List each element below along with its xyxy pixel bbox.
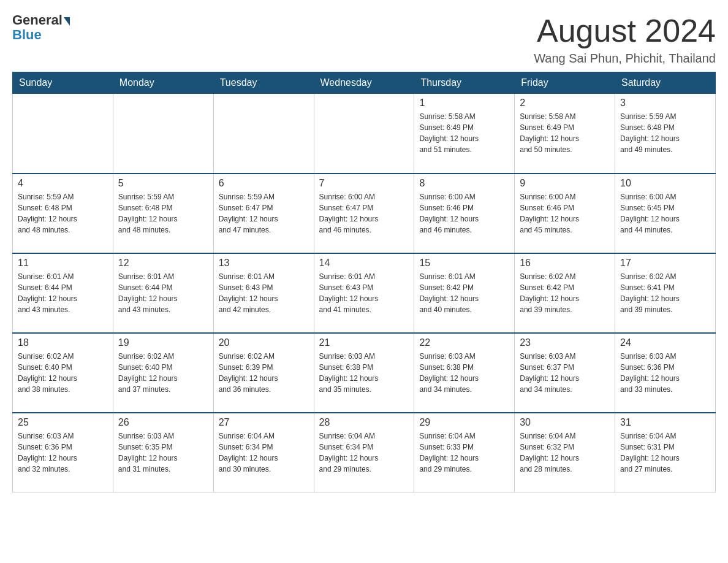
day-info: Sunrise: 6:04 AMSunset: 6:32 PMDaylight:… [520,431,610,475]
day-info: Sunrise: 6:02 AMSunset: 6:42 PMDaylight:… [520,271,610,315]
day-number: 9 [520,178,610,189]
day-number: 2 [520,98,610,109]
day-number: 5 [118,178,208,189]
day-number: 30 [520,417,610,428]
day-info: Sunrise: 6:04 AMSunset: 6:33 PMDaylight:… [419,431,509,475]
day-number: 10 [620,178,710,189]
day-info: Sunrise: 6:00 AMSunset: 6:46 PMDaylight:… [419,191,509,236]
calendar-cell: 26Sunrise: 6:03 AMSunset: 6:35 PMDayligh… [113,413,213,492]
calendar-week-row: 4Sunrise: 5:59 AMSunset: 6:48 PMDaylight… [13,174,716,253]
calendar-table: SundayMondayTuesdayWednesdayThursdayFrid… [12,72,716,492]
calendar-cell: 22Sunrise: 6:03 AMSunset: 6:38 PMDayligh… [414,333,515,413]
day-number: 7 [319,178,409,189]
day-info: Sunrise: 6:03 AMSunset: 6:38 PMDaylight:… [319,351,409,395]
calendar-cell: 12Sunrise: 6:01 AMSunset: 6:44 PMDayligh… [113,253,213,333]
day-info: Sunrise: 6:01 AMSunset: 6:44 PMDaylight:… [18,271,108,315]
calendar-cell: 17Sunrise: 6:02 AMSunset: 6:41 PMDayligh… [615,253,716,333]
title-section: August 2024 Wang Sai Phun, Phichit, Thai… [534,12,716,66]
day-info: Sunrise: 6:03 AMSunset: 6:37 PMDaylight:… [520,351,610,395]
day-info: Sunrise: 6:04 AMSunset: 6:31 PMDaylight:… [620,431,710,475]
day-number: 21 [319,337,409,348]
day-info: Sunrise: 6:01 AMSunset: 6:43 PMDaylight:… [219,271,309,315]
day-number: 18 [18,337,108,348]
calendar-cell: 13Sunrise: 6:01 AMSunset: 6:43 PMDayligh… [213,253,314,333]
day-info: Sunrise: 6:03 AMSunset: 6:36 PMDaylight:… [620,351,710,395]
day-number: 8 [419,178,509,189]
day-number: 3 [620,98,710,109]
day-number: 20 [219,337,309,348]
calendar-cell: 19Sunrise: 6:02 AMSunset: 6:40 PMDayligh… [113,333,213,413]
calendar-cell: 4Sunrise: 5:59 AMSunset: 6:48 PMDaylight… [13,174,113,253]
calendar-header-thursday: Thursday [414,72,515,94]
calendar-cell: 3Sunrise: 5:59 AMSunset: 6:48 PMDaylight… [615,94,716,174]
day-info: Sunrise: 6:01 AMSunset: 6:42 PMDaylight:… [419,271,509,315]
calendar-cell: 27Sunrise: 6:04 AMSunset: 6:34 PMDayligh… [213,413,314,492]
day-info: Sunrise: 5:58 AMSunset: 6:49 PMDaylight:… [520,111,610,155]
day-number: 28 [319,417,409,428]
calendar-cell: 21Sunrise: 6:03 AMSunset: 6:38 PMDayligh… [314,333,414,413]
day-info: Sunrise: 6:03 AMSunset: 6:35 PMDaylight:… [118,431,208,475]
day-number: 29 [419,417,509,428]
day-number: 16 [520,258,610,269]
month-title: August 2024 [534,12,716,49]
calendar-cell: 2Sunrise: 5:58 AMSunset: 6:49 PMDaylight… [515,94,615,174]
calendar-cell: 1Sunrise: 5:58 AMSunset: 6:49 PMDaylight… [414,94,515,174]
day-number: 23 [520,337,610,348]
calendar-cell: 6Sunrise: 5:59 AMSunset: 6:47 PMDaylight… [213,174,314,253]
day-info: Sunrise: 6:00 AMSunset: 6:45 PMDaylight:… [620,191,710,236]
day-info: Sunrise: 5:59 AMSunset: 6:48 PMDaylight:… [118,191,208,236]
logo: General Blue [12,12,70,43]
calendar-header-sunday: Sunday [13,72,113,94]
calendar-header-tuesday: Tuesday [213,72,314,94]
day-info: Sunrise: 6:02 AMSunset: 6:41 PMDaylight:… [620,271,710,315]
calendar-cell: 10Sunrise: 6:00 AMSunset: 6:45 PMDayligh… [615,174,716,253]
day-info: Sunrise: 6:04 AMSunset: 6:34 PMDaylight:… [219,431,309,475]
calendar-week-row: 11Sunrise: 6:01 AMSunset: 6:44 PMDayligh… [13,253,716,333]
calendar-header-saturday: Saturday [615,72,716,94]
day-number: 6 [219,178,309,189]
calendar-cell [13,94,113,174]
calendar-cell [213,94,314,174]
calendar-cell: 15Sunrise: 6:01 AMSunset: 6:42 PMDayligh… [414,253,515,333]
calendar-cell: 5Sunrise: 5:59 AMSunset: 6:48 PMDaylight… [113,174,213,253]
calendar-cell: 8Sunrise: 6:00 AMSunset: 6:46 PMDaylight… [414,174,515,253]
day-info: Sunrise: 6:03 AMSunset: 6:38 PMDaylight:… [419,351,509,395]
day-number: 11 [18,258,108,269]
day-number: 25 [18,417,108,428]
calendar-week-row: 1Sunrise: 5:58 AMSunset: 6:49 PMDaylight… [13,94,716,174]
calendar-cell: 30Sunrise: 6:04 AMSunset: 6:32 PMDayligh… [515,413,615,492]
logo-general-text: General [12,12,70,28]
day-number: 26 [118,417,208,428]
day-number: 24 [620,337,710,348]
logo-arrow-icon [64,17,70,26]
location-text: Wang Sai Phun, Phichit, Thailand [534,52,716,66]
calendar-cell: 31Sunrise: 6:04 AMSunset: 6:31 PMDayligh… [615,413,716,492]
day-number: 1 [419,98,509,109]
day-info: Sunrise: 6:03 AMSunset: 6:36 PMDaylight:… [18,431,108,475]
calendar-header-wednesday: Wednesday [314,72,414,94]
calendar-cell: 28Sunrise: 6:04 AMSunset: 6:34 PMDayligh… [314,413,414,492]
day-number: 13 [219,258,309,269]
calendar-cell: 14Sunrise: 6:01 AMSunset: 6:43 PMDayligh… [314,253,414,333]
day-info: Sunrise: 6:01 AMSunset: 6:44 PMDaylight:… [118,271,208,315]
logo-blue-text: Blue [12,27,42,43]
day-info: Sunrise: 6:01 AMSunset: 6:43 PMDaylight:… [319,271,409,315]
day-info: Sunrise: 5:58 AMSunset: 6:49 PMDaylight:… [419,111,509,155]
calendar-header-monday: Monday [113,72,213,94]
day-number: 4 [18,178,108,189]
day-number: 15 [419,258,509,269]
calendar-cell: 25Sunrise: 6:03 AMSunset: 6:36 PMDayligh… [13,413,113,492]
calendar-cell: 29Sunrise: 6:04 AMSunset: 6:33 PMDayligh… [414,413,515,492]
calendar-cell [314,94,414,174]
calendar-cell: 24Sunrise: 6:03 AMSunset: 6:36 PMDayligh… [615,333,716,413]
calendar-cell: 11Sunrise: 6:01 AMSunset: 6:44 PMDayligh… [13,253,113,333]
day-info: Sunrise: 6:04 AMSunset: 6:34 PMDaylight:… [319,431,409,475]
day-info: Sunrise: 5:59 AMSunset: 6:48 PMDaylight:… [18,191,108,236]
day-number: 14 [319,258,409,269]
calendar-cell [113,94,213,174]
calendar-cell: 7Sunrise: 6:00 AMSunset: 6:47 PMDaylight… [314,174,414,253]
day-number: 19 [118,337,208,348]
calendar-cell: 20Sunrise: 6:02 AMSunset: 6:39 PMDayligh… [213,333,314,413]
day-number: 17 [620,258,710,269]
day-info: Sunrise: 6:02 AMSunset: 6:40 PMDaylight:… [18,351,108,395]
